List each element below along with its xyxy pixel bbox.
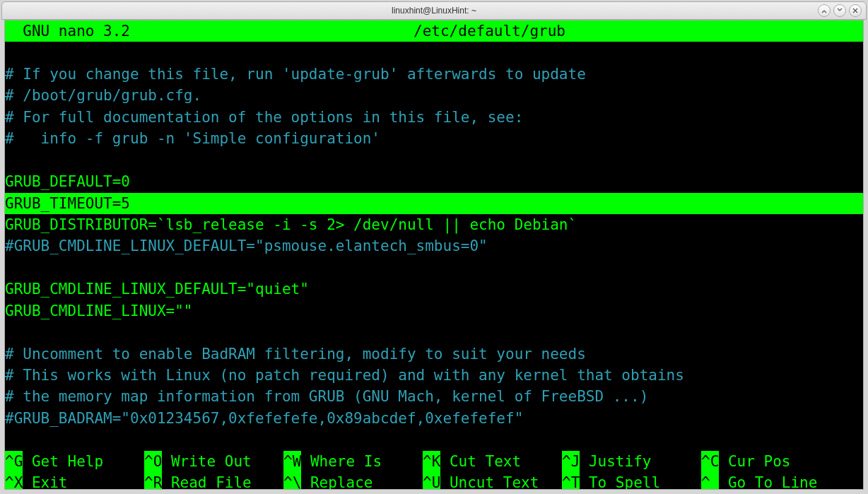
window-controls [818, 4, 862, 17]
shortcut-key: ^J [562, 451, 580, 472]
shortcut-label: Exit [23, 472, 67, 490]
editor-line: # the memory map information from GRUB (… [5, 386, 863, 407]
nano-shortcut: ^W Where Is [283, 451, 423, 472]
shortcut-label: Uncut Text [440, 472, 539, 490]
shortcut-key: ^\ [283, 472, 301, 490]
window-title: linuxhint@LinuxHint: ~ [392, 6, 476, 16]
nano-shortcut: ^X Exit [5, 472, 144, 490]
editor-line: GRUB_CMDLINE_LINUX_DEFAULT="quiet" [5, 278, 863, 300]
close-icon [852, 8, 858, 13]
shortcut-key: ^U [423, 472, 440, 490]
shortcut-key: ^K [423, 451, 440, 472]
editor-line [5, 429, 863, 450]
nano-shortcut: ^O Write Out [144, 451, 283, 472]
shortcut-row-2: ^X Exit^R Read File^\ Replace^U Uncut Te… [5, 472, 863, 490]
maximize-button[interactable] [833, 4, 846, 17]
nano-shortcut: ^_ Go To Line [701, 472, 840, 490]
nano-app-version: GNU nano 3.2 [5, 20, 130, 42]
shortcut-key: ^C [701, 451, 719, 472]
nano-shortcut: ^\ Replace [283, 472, 423, 490]
editor-line [5, 150, 863, 171]
shortcut-row-1: ^G Get Help^O Write Out^W Where Is^K Cut… [5, 451, 863, 472]
editor-line: GRUB_DEFAULT=0 [5, 171, 863, 192]
editor-line: GRUB_CMDLINE_LINUX="" [5, 300, 863, 322]
nano-shortcut: ^G Get Help [5, 451, 144, 472]
minimize-icon [821, 8, 827, 13]
editor-line [5, 42, 863, 63]
shortcut-key: ^T [562, 472, 580, 490]
shortcut-label: Cur Pos [719, 451, 790, 472]
shortcut-label: Get Help [23, 451, 103, 472]
nano-shortcut: ^K Cut Text [423, 451, 562, 472]
shortcut-key: ^X [5, 472, 23, 490]
editor-line [5, 257, 863, 278]
nano-shortcuts: ^G Get Help^O Write Out^W Where Is^K Cut… [5, 451, 863, 490]
editor-line: # This works with Linux (no patch requir… [5, 365, 863, 386]
shortcut-label: To Spell [580, 472, 660, 490]
shortcut-label: Go To Line [719, 472, 817, 490]
nano-shortcut: ^U Uncut Text [423, 472, 562, 490]
shortcut-label: Write Out [162, 451, 251, 472]
shortcut-key: ^W [283, 451, 301, 472]
editor-line [5, 322, 863, 343]
editor-line: #GRUB_BADRAM="0x01234567,0xfefefefe,0x89… [5, 408, 863, 429]
maximize-icon [837, 8, 843, 13]
nano-shortcut: ^J Justify [562, 451, 701, 472]
nano-filename: /etc/default/grub [130, 20, 849, 42]
shortcut-label: Where Is [301, 451, 382, 472]
nano-shortcut: ^R Read File [144, 472, 283, 490]
shortcut-key: ^_ [701, 472, 719, 490]
minimize-button[interactable] [818, 4, 831, 17]
nano-shortcut: ^C Cur Pos [701, 451, 840, 472]
editor-line: # Uncomment to enable BadRAM filtering, … [5, 343, 863, 365]
editor-line: GRUB_DISTRIBUTOR=`lsb_release -i -s 2> /… [5, 214, 863, 235]
nano-shortcut: ^T To Spell [562, 472, 701, 490]
shortcut-key: ^R [144, 472, 162, 490]
editor-line: GRUB_TIMEOUT=5 [5, 193, 863, 214]
shortcut-key: ^G [5, 451, 23, 472]
shortcut-label: Replace [301, 472, 373, 490]
shortcut-label: Read File [162, 472, 251, 490]
editor-line: # info -f grub -n 'Simple configuration' [5, 128, 863, 149]
editor-line: #GRUB_CMDLINE_LINUX_DEFAULT="psmouse.ela… [5, 235, 863, 257]
shortcut-key: ^O [144, 451, 162, 472]
shortcut-label: Cut Text [440, 451, 521, 472]
terminal[interactable]: GNU nano 3.2 /etc/default/grub # If you … [4, 20, 864, 490]
editor-line: # /boot/grub/grub.cfg. [5, 85, 863, 106]
close-button[interactable] [849, 4, 862, 17]
window-titlebar: linuxhint@LinuxHint: ~ [1, 1, 867, 20]
editor-content[interactable]: # If you change this file, run 'update-g… [5, 42, 863, 450]
editor-line: # If you change this file, run 'update-g… [5, 64, 863, 85]
editor-line: # For full documentation of the options … [5, 107, 863, 128]
nano-header: GNU nano 3.2 /etc/default/grub [5, 20, 863, 42]
shortcut-label: Justify [580, 451, 651, 472]
